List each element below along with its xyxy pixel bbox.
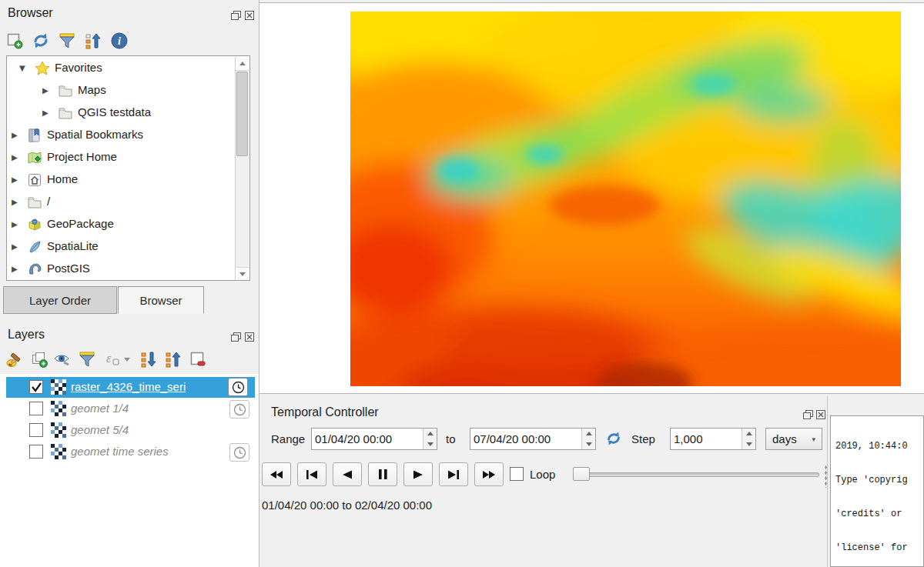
tab-label: Layer Order: [29, 294, 91, 307]
layer-row-geomet-1-4[interactable]: geomet 1/4: [6, 399, 255, 419]
expander-collapsed-icon[interactable]: ▶: [42, 85, 49, 96]
pause-button[interactable]: [368, 462, 397, 486]
temporal-clock-icon[interactable]: [228, 378, 248, 396]
tab-browser[interactable]: Browser: [118, 286, 204, 314]
spin-down-icon[interactable]: [427, 442, 434, 446]
filter-legend-icon[interactable]: [77, 349, 97, 369]
expander-collapsed-icon[interactable]: ▶: [12, 219, 18, 230]
tree-item-home[interactable]: ▶ Home: [7, 169, 235, 192]
range-end-spinbox[interactable]: [470, 428, 596, 450]
expander-collapsed-icon[interactable]: ▶: [12, 242, 18, 252]
step-unit-dropdown[interactable]: days ▾: [765, 428, 822, 450]
step-spinbox[interactable]: [670, 428, 756, 450]
spin-down-icon[interactable]: [586, 442, 592, 446]
float-panel-icon[interactable]: [231, 331, 241, 340]
float-panel-icon[interactable]: [803, 409, 813, 418]
step-input[interactable]: [671, 429, 742, 449]
layer-checkbox-unchecked[interactable]: [29, 402, 43, 415]
skip-to-end-button[interactable]: [439, 462, 468, 486]
layer-checkbox-unchecked[interactable]: [29, 423, 43, 437]
layer-label: geomet 5/4: [71, 423, 129, 436]
expander-collapsed-icon[interactable]: ▶: [12, 130, 18, 141]
layer-label: geomet 1/4: [71, 402, 129, 415]
scrollbar-thumb[interactable]: [236, 72, 248, 156]
tree-item-postgis[interactable]: ▶ PostGIS: [7, 258, 235, 281]
svg-text:i: i: [118, 35, 121, 47]
layer-row-geomet-time-series[interactable]: geomet time series: [6, 442, 255, 462]
time-slider-handle[interactable]: [573, 467, 590, 481]
map-themes-eye-icon[interactable]: [52, 349, 72, 369]
tree-scrollbar[interactable]: [235, 57, 249, 281]
expander-collapsed-icon[interactable]: ▶: [42, 108, 49, 118]
close-panel-icon[interactable]: [816, 409, 826, 418]
expander-collapsed-icon[interactable]: ▶: [12, 152, 18, 163]
add-selected-layers-icon[interactable]: [5, 31, 25, 51]
fast-forward-button[interactable]: [474, 462, 504, 486]
tree-item-label: SpatiaLite: [47, 239, 99, 252]
play-backward-button[interactable]: [333, 462, 362, 486]
range-end-input[interactable]: [470, 429, 581, 449]
to-label: to: [446, 432, 456, 445]
tree-item-root[interactable]: ▶ /: [7, 192, 235, 214]
refresh-icon[interactable]: [31, 31, 51, 51]
spin-up-icon[interactable]: [427, 432, 434, 435]
range-start-spinbox[interactable]: [311, 428, 437, 450]
tree-item-project-home[interactable]: ▶ Project Home: [7, 147, 235, 169]
tree-item-spatialite[interactable]: ▶ SpatiaLite: [7, 236, 235, 258]
float-panel-icon[interactable]: [231, 9, 241, 18]
range-start-input[interactable]: [312, 429, 423, 449]
tree-item-label: Home: [47, 172, 78, 185]
time-slider-groove[interactable]: [573, 472, 819, 477]
play-forward-button[interactable]: [403, 462, 433, 486]
qgis-window: Browser i ▼ Favorites: [0, 0, 924, 567]
spinner-arrows[interactable]: [423, 429, 437, 449]
map-canvas[interactable]: [259, 2, 924, 394]
expander-collapsed-icon[interactable]: ▶: [12, 264, 18, 275]
close-panel-icon[interactable]: [245, 9, 255, 18]
fast-rewind-button[interactable]: [262, 462, 291, 486]
temporal-clock-icon[interactable]: [229, 443, 249, 462]
expander-collapsed-icon[interactable]: ▶: [12, 197, 18, 208]
close-panel-icon[interactable]: [245, 331, 255, 340]
remove-layer-icon[interactable]: [188, 349, 208, 369]
tree-item-favorites[interactable]: ▼ Favorites: [7, 58, 235, 80]
collapse-tree-icon[interactable]: [83, 31, 103, 51]
spin-up-icon[interactable]: [746, 432, 752, 435]
svg-text:ε: ε: [106, 352, 112, 365]
expand-all-icon[interactable]: [139, 349, 159, 369]
expander-expanded-icon[interactable]: ▼: [19, 63, 25, 74]
spatialite-feather-icon: [27, 239, 42, 255]
expression-filter-icon[interactable]: ε: [102, 349, 132, 369]
add-group-icon[interactable]: [29, 349, 49, 369]
spinner-arrows[interactable]: [581, 429, 595, 449]
layer-row-geomet-5-4[interactable]: geomet 5/4: [6, 420, 255, 441]
spin-up-icon[interactable]: [586, 432, 592, 435]
python-console-output[interactable]: 2019, 10:44:0 Type 'copyrig 'credits' or…: [830, 415, 924, 567]
tree-item-label: QGIS testdata: [78, 105, 151, 118]
layer-checkbox-unchecked[interactable]: [29, 445, 43, 459]
spin-down-icon[interactable]: [746, 442, 752, 446]
tree-item-maps[interactable]: ▶ Maps: [7, 80, 235, 102]
panel-splitter[interactable]: [827, 396, 828, 567]
spinner-arrows[interactable]: [742, 429, 755, 449]
console-line: 'credits' or: [835, 509, 923, 520]
filter-browser-icon[interactable]: [57, 31, 77, 51]
tree-item-spatial-bookmarks[interactable]: ▶ Spatial Bookmarks: [7, 125, 235, 147]
temporal-clock-icon[interactable]: [229, 400, 249, 419]
properties-info-icon[interactable]: i: [109, 31, 129, 51]
console-line: 2019, 10:44:0: [835, 441, 923, 452]
layer-row-raster-4326-time-series[interactable]: raster_4326_time_seri: [6, 377, 255, 398]
tree-item-qgis-testdata[interactable]: ▶ QGIS testdata: [7, 102, 235, 125]
loop-checkbox[interactable]: [510, 467, 524, 481]
layer-styling-icon[interactable]: [5, 349, 25, 369]
skip-to-start-button[interactable]: [297, 462, 326, 486]
tree-item-geopackage[interactable]: ▶ GeoPackage: [7, 214, 235, 236]
expander-collapsed-icon[interactable]: ▶: [12, 175, 18, 185]
scroll-down-icon[interactable]: [236, 267, 249, 281]
collapse-all-icon[interactable]: [163, 349, 183, 369]
scroll-up-icon[interactable]: [236, 57, 249, 71]
layer-checkbox-checked[interactable]: [29, 380, 43, 394]
refresh-range-icon[interactable]: [604, 429, 624, 449]
splitter-handle-icon[interactable]: [825, 465, 827, 488]
tab-layer-order[interactable]: Layer Order: [3, 286, 117, 314]
